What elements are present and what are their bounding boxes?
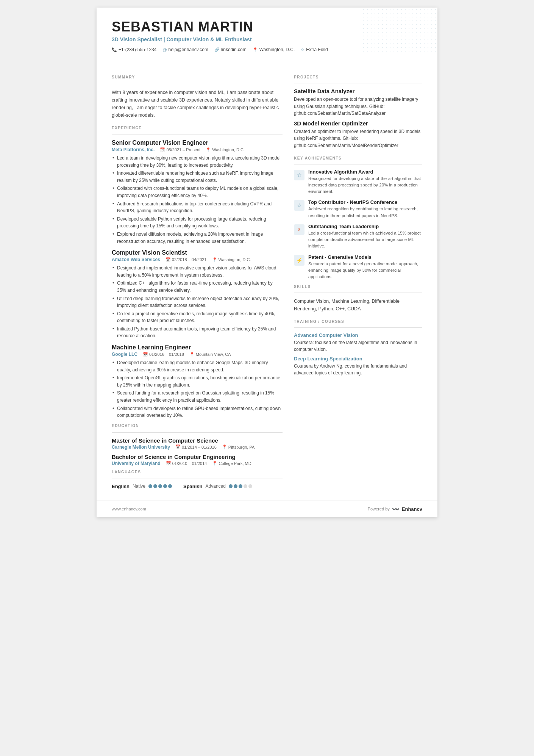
job-location-1: 📍 Washington, D.C. [206,147,245,152]
phone-icon: 📞 [112,47,117,52]
achievement-content-1: Innovative Algorithm Award Recognized fo… [308,169,422,195]
bullet-1-3: Collaborated with cross-functional teams… [112,185,283,199]
calendar-edu-1: 📅 [175,445,181,449]
summary-text: With 8 years of experience in computer v… [112,89,283,119]
job-dates-2: 📅 02/2018 – 04/2021 [166,257,207,262]
job-title-3: Machine Learning Engineer [112,344,283,351]
bullet-3-4: Collaborated with developers to refine G… [112,405,283,419]
dot-5 [168,484,172,488]
company-1: Meta Platforms, Inc. [112,147,155,152]
project-title-1: Satellite Data Analyzer [294,88,422,94]
lang-level-spanish: Advanced [206,484,226,489]
summary-label: SUMMARY [112,75,283,79]
achievement-title-4: Patent - Generative Models [308,254,422,260]
right-column: PROJECTS Satellite Data Analyzer Develop… [294,75,422,489]
languages-divider [112,479,283,479]
achievement-content-2: Top Contributor - NeurIPS Conference Ach… [308,199,422,219]
skills-text: Computer Vision, Machine Learning, Diffe… [294,297,422,313]
dot-3 [158,484,162,488]
job-title-2: Computer Vision Scientist [112,249,283,256]
contact-extra: ☆ Extra Field [301,47,328,52]
pin-icon-2: 📍 [212,257,217,262]
pin-icon-3: 📍 [189,352,195,357]
job-bullets-1: Led a team in developing new computer vi… [112,155,283,245]
enhancv-logo-icon: 〰️ [392,506,400,513]
lang-level-english: Native [133,484,145,489]
job-location-3: 📍 Mountain View, CA [189,352,231,357]
achievement-1: ☆ Innovative Algorithm Award Recognized … [294,169,422,195]
achievement-icon-1: ☆ [294,170,304,180]
dot-2 [153,484,157,488]
bullet-1-2: Innovated differentiable rendering techn… [112,170,283,184]
school-1: Carnegie Mellon University [112,445,170,450]
bullet-2-4: Co-led a project on generative models, r… [112,310,283,324]
pin-edu-1: 📍 [222,445,227,449]
footer-url: www.enhancv.com [112,507,146,511]
language-english: English Native [112,484,172,489]
bullet-2-3: Utilized deep learning frameworks to inc… [112,295,283,309]
skills-label: SKILLS [294,285,422,289]
dot-s2 [234,484,237,488]
lang-name-spanish: Spanish [183,484,203,489]
dots-spanish [229,484,252,488]
summary-divider [112,84,283,84]
company-2: Amazon Web Services [112,257,160,262]
email-icon: @ [162,47,167,52]
skills-divider [294,293,422,293]
bullet-1-5: Developed scalable Python scripts for pr… [112,216,283,230]
footer-powered: Powered by 〰️ Enhancv [368,506,422,513]
bullet-2-2: Optimized C++ algorithms for faster real… [112,280,283,294]
experience-divider [112,135,283,135]
edu-meta-1: Carnegie Mellon University 📅 01/2014 – 0… [112,445,283,450]
edu-dates-1: 📅 01/2014 – 01/2016 [175,445,217,449]
enhancv-brand: Enhancv [402,506,422,512]
contact-location: 📍 Washington, D.C. [253,47,295,52]
achievement-icon-3: ✗ [294,224,304,235]
projects-label: PROJECTS [294,75,422,79]
job-bullets-2: Designed and implemented innovative comp… [112,265,283,340]
achievements-label: KEY ACHIEVEMENTS [294,156,422,160]
edu-location-2: 📍 College Park, MD [212,461,251,466]
project-title-2: 3D Model Render Optimizer [294,120,422,127]
resume-footer: www.enhancv.com Powered by 〰️ Enhancv [97,501,437,517]
edu-location-1: 📍 Pittsburgh, PA [222,445,255,449]
job-meta-3: Google LLC 📅 01/2016 – 01/2018 📍 Mountai… [112,352,283,357]
company-3: Google LLC [112,352,137,357]
bullet-2-1: Designed and implemented innovative comp… [112,265,283,279]
training-title-1: Advanced Computer Vision [294,332,422,338]
contact-email: @ help@enhancv.com [162,47,208,52]
bullet-3-3: Secured funding for a research project o… [112,390,283,404]
dots-english [148,484,172,488]
projects-divider [294,83,422,83]
pin-icon-1: 📍 [206,147,211,152]
contact-linkedin: 🔗 linkedin.com [214,47,247,52]
job-bullets-3: Developed machine learning models to enh… [112,359,283,419]
bullet-3-1: Developed machine learning models to enh… [112,359,283,373]
school-2: University of Maryland [112,461,161,466]
training-desc-1: Coursera: focused on the latest algorith… [294,339,422,353]
achievement-icon-4: ⚡ [294,255,304,266]
training-desc-2: Coursera by Andrew Ng, covering the fund… [294,363,422,376]
edu-meta-2: University of Maryland 📅 01/2010 – 01/20… [112,461,283,466]
job-meta-1: Meta Platforms, Inc. 📅 05/2021 – Present… [112,147,283,152]
achievement-desc-1: Recognized for developing a state-of-the… [308,175,422,195]
training-label: TRAINING / COURSES [294,319,422,324]
dot-s4 [244,484,247,488]
pin-edu-2: 📍 [212,461,217,466]
link-icon: 🔗 [214,47,220,52]
achievement-3: ✗ Outstanding Team Leadership Led a cros… [294,224,422,250]
achievement-desc-2: Achieved recognition by contributing to … [308,206,422,219]
bullet-1-1: Led a team in developing new computer vi… [112,155,283,169]
dot-1 [148,484,152,488]
achievement-2: ☆ Top Contributor - NeurIPS Conference A… [294,199,422,219]
achievement-icon-2: ☆ [294,200,304,211]
calendar-edu-2: 📅 [166,461,171,466]
calendar-icon-2: 📅 [166,257,171,262]
dot-s1 [229,484,233,488]
left-column: SUMMARY With 8 years of experience in co… [112,75,283,489]
language-spanish: Spanish Advanced [183,484,252,489]
degree-2: Bachelor of Science in Computer Engineer… [112,454,283,460]
contact-phone: 📞 +1-(234)-555-1234 [112,47,156,52]
degree-1: Master of Science in Computer Science [112,437,283,444]
achievement-title-1: Innovative Algorithm Award [308,169,422,175]
